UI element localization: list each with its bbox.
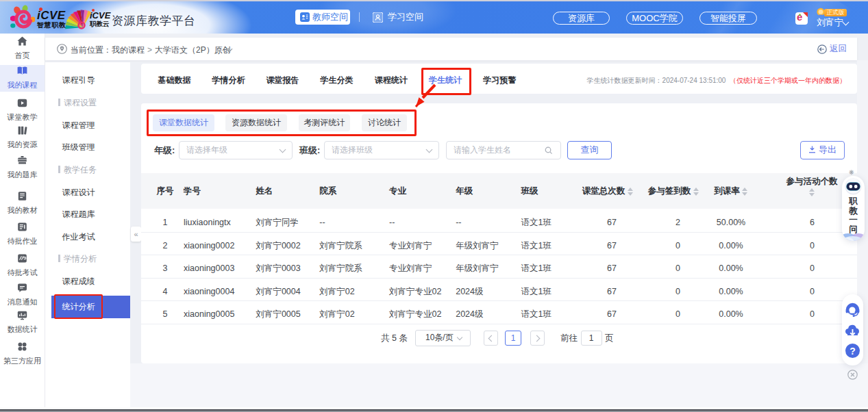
svg-text:?: ?: [850, 346, 856, 357]
